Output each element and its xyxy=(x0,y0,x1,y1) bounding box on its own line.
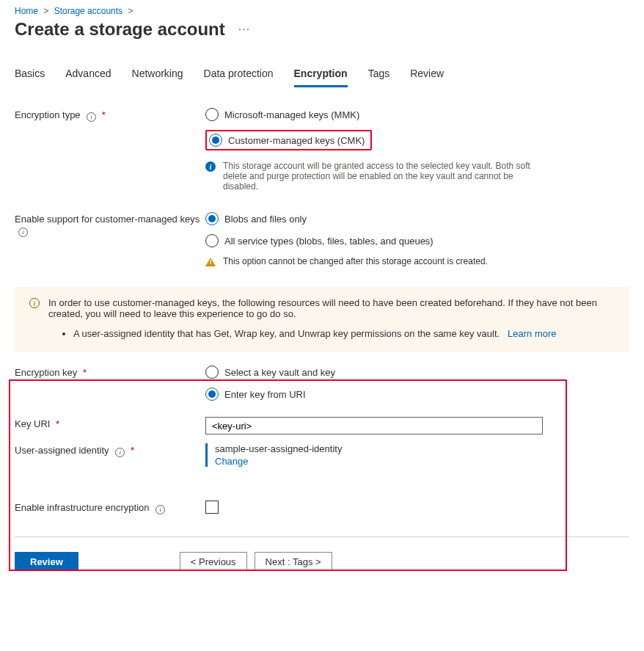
info-icon[interactable]: i xyxy=(87,112,96,122)
next-button[interactable]: Next : Tags > xyxy=(255,552,332,571)
required-indicator: * xyxy=(102,109,106,120)
label-encryption-key: Encryption key * xyxy=(15,365,205,378)
footer: Review < Previous Next : Tags > xyxy=(15,552,629,571)
radio-cmk[interactable]: Customer-managed keys (CMK) xyxy=(209,134,365,147)
warn-option-locked: This option cannot be changed after this… xyxy=(205,256,543,266)
required-indicator: * xyxy=(56,418,59,429)
label-encryption-type: Encryption type i * xyxy=(15,108,205,122)
info-icon: i xyxy=(205,161,216,172)
radio-enter-uri-label: Enter key from URI xyxy=(224,389,306,400)
label-key-uri: Key URI * xyxy=(15,417,205,429)
breadcrumb-home[interactable]: Home xyxy=(15,6,38,16)
radio-icon xyxy=(205,212,219,225)
chevron-right-icon: > xyxy=(43,6,48,16)
radio-icon xyxy=(205,365,219,379)
notice-prerequisites: i In order to use customer-managed keys,… xyxy=(15,287,629,352)
value-user-assigned-identity: sample-user-assigned-identity xyxy=(215,443,629,454)
more-actions-icon[interactable]: ··· xyxy=(238,23,250,36)
tab-advanced[interactable]: Advanced xyxy=(65,68,111,87)
warning-icon xyxy=(205,258,216,266)
highlight-box-cmk: Customer-managed keys (CMK) xyxy=(205,130,372,150)
breadcrumb: Home > Storage accounts > xyxy=(15,6,629,16)
radio-cmk-label: Customer-managed keys (CMK) xyxy=(228,135,365,146)
radio-mmk-label: Microsoft-managed keys (MMK) xyxy=(224,109,359,120)
tabs: Basics Advanced Networking Data protecti… xyxy=(15,68,629,87)
divider xyxy=(15,537,629,537)
required-indicator: * xyxy=(131,445,134,456)
previous-button[interactable]: < Previous xyxy=(180,552,247,571)
label-enable-infra-encryption: Enable infrastructure encryption i xyxy=(15,501,205,514)
radio-icon xyxy=(205,388,219,401)
link-change-identity[interactable]: Change xyxy=(215,456,629,467)
radio-blobs-only[interactable]: Blobs and files only xyxy=(205,212,629,225)
radio-select-vault[interactable]: Select a key vault and key xyxy=(205,365,629,379)
label-user-assigned-identity: User-assigned identity i * xyxy=(15,443,205,457)
info-icon[interactable]: i xyxy=(115,448,125,457)
tab-networking[interactable]: Networking xyxy=(132,68,183,87)
page-title: Create a storage account xyxy=(15,19,225,40)
tab-data-protection[interactable]: Data protection xyxy=(204,68,274,87)
tab-basics[interactable]: Basics xyxy=(15,68,45,87)
tab-encryption[interactable]: Encryption xyxy=(294,68,348,87)
label-enable-support: Enable support for customer-managed keys… xyxy=(15,212,205,237)
radio-icon xyxy=(205,234,219,247)
tab-review[interactable]: Review xyxy=(410,68,444,87)
review-button[interactable]: Review xyxy=(15,552,78,571)
radio-icon xyxy=(209,134,222,147)
link-learn-more[interactable]: Learn more xyxy=(508,328,556,339)
required-indicator: * xyxy=(83,367,87,378)
radio-blobs-label: Blobs and files only xyxy=(224,214,307,225)
radio-select-vault-label: Select a key vault and key xyxy=(224,367,335,378)
info-icon: i xyxy=(29,298,40,308)
chevron-right-icon: > xyxy=(128,6,133,16)
radio-mmk[interactable]: Microsoft-managed keys (MMK) xyxy=(205,108,629,121)
breadcrumb-storage-accounts[interactable]: Storage accounts xyxy=(54,6,122,16)
radio-icon xyxy=(205,108,219,121)
info-cmk: i This storage account will be granted a… xyxy=(205,161,543,192)
radio-enter-uri[interactable]: Enter key from URI xyxy=(205,388,629,401)
input-key-uri[interactable] xyxy=(205,417,543,434)
radio-all-services[interactable]: All service types (blobs, files, tables,… xyxy=(205,234,629,247)
checkbox-infra-encryption[interactable] xyxy=(205,501,219,514)
radio-all-label: All service types (blobs, files, tables,… xyxy=(224,236,433,247)
info-icon[interactable]: i xyxy=(155,505,165,514)
tab-tags[interactable]: Tags xyxy=(368,68,390,87)
info-icon[interactable]: i xyxy=(18,228,28,237)
